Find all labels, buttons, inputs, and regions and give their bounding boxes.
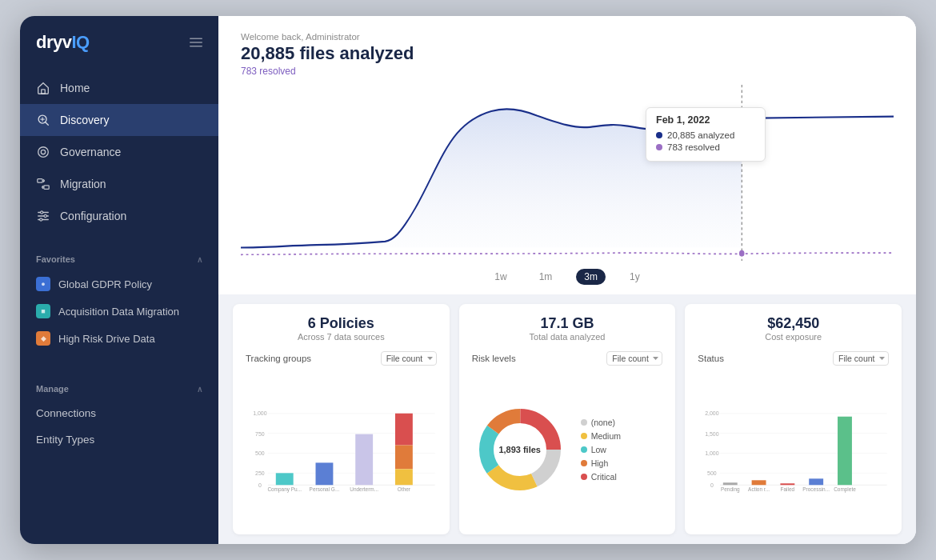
sidebar-item-label-home: Home xyxy=(60,82,90,94)
bar-processing xyxy=(810,478,824,485)
top-section: Welcome back, Administrator 20,885 files… xyxy=(218,16,916,294)
legend-critical: Critical xyxy=(581,472,621,482)
svg-text:750: 750 xyxy=(255,431,265,437)
bar-undetermined xyxy=(355,434,373,486)
bar-company xyxy=(276,473,294,485)
stat-header-policies: 6 Policies Across 7 data sources xyxy=(246,315,437,342)
policies-value: 6 Policies xyxy=(246,315,437,332)
welcome-text: Welcome back, Administrator xyxy=(241,32,894,42)
sidebar-item-governance[interactable]: Governance xyxy=(20,136,218,168)
svg-rect-10 xyxy=(38,179,42,183)
tracking-bar-chart: 1,000 750 500 250 0 xyxy=(246,372,437,526)
legend-dot-high xyxy=(581,460,587,466)
time-btn-1y[interactable]: 1y xyxy=(622,269,648,285)
status-header: Status File count xyxy=(698,351,889,366)
legend-low: Low xyxy=(581,445,621,454)
favorites-chevron[interactable]: ∧ xyxy=(197,255,202,264)
sidebar-item-configuration[interactable]: Configuration xyxy=(20,200,218,232)
svg-text:Complete: Complete xyxy=(834,486,857,493)
risk-select[interactable]: File count xyxy=(606,351,662,366)
configuration-icon xyxy=(36,209,50,223)
svg-point-9 xyxy=(41,150,45,154)
fav-dot-acquisition: ■ xyxy=(36,304,50,318)
time-btn-1w[interactable]: 1w xyxy=(486,269,514,285)
device-frame: dryvIQ Home xyxy=(20,16,916,544)
resolved-line xyxy=(241,253,894,254)
svg-line-5 xyxy=(46,122,49,126)
time-btn-1m[interactable]: 1m xyxy=(531,269,561,285)
svg-text:Underterm...: Underterm... xyxy=(350,486,378,492)
favorites-section: Favorites ∧ xyxy=(20,238,218,270)
stat-card-data: 17.1 GB Total data analyzed Risk levels … xyxy=(459,304,676,534)
svg-point-8 xyxy=(38,147,49,158)
risk-header: Risk levels File count xyxy=(472,351,663,366)
svg-text:Action r...: Action r... xyxy=(748,486,770,492)
sidebar-item-home[interactable]: Home xyxy=(20,72,218,104)
data-sub: Total data analyzed xyxy=(472,332,663,342)
time-btn-3m[interactable]: 3m xyxy=(576,269,606,285)
migration-icon xyxy=(36,177,50,191)
bar-other-red xyxy=(395,414,413,446)
tooltip-dot-resolved xyxy=(656,144,662,150)
sidebar-item-migration[interactable]: Migration xyxy=(20,168,218,200)
sidebar: dryvIQ Home xyxy=(20,16,218,544)
fav-dot-highrisk: ◆ xyxy=(36,331,50,346)
status-title: Status xyxy=(698,354,724,363)
governance-icon xyxy=(36,145,50,159)
stat-header-data: 17.1 GB Total data analyzed xyxy=(472,315,663,342)
policies-sub: Across 7 data sources xyxy=(246,332,437,342)
svg-text:Pending: Pending xyxy=(721,486,740,493)
home-icon xyxy=(36,81,50,95)
svg-text:1,000: 1,000 xyxy=(253,410,267,416)
tracking-title: Tracking groups xyxy=(246,354,311,363)
donut-center: 1,893 files xyxy=(498,443,541,454)
sidebar-item-discovery[interactable]: Discovery xyxy=(20,104,218,136)
legend-none: (none) xyxy=(581,418,621,427)
bar-action xyxy=(752,480,766,485)
svg-rect-1 xyxy=(190,42,202,43)
bar-personal xyxy=(316,462,334,485)
stat-card-policies: 6 Policies Across 7 data sources Trackin… xyxy=(233,304,450,534)
stats-section: 6 Policies Across 7 data sources Trackin… xyxy=(218,294,916,544)
favorite-highrisk[interactable]: ◆ High Risk Drive Data xyxy=(20,325,218,352)
legend-high: High xyxy=(581,458,621,468)
bar-other-orange xyxy=(395,446,413,470)
svg-text:500: 500 xyxy=(255,450,265,456)
nav-items: Home Discovery Governance xyxy=(20,66,218,238)
svg-rect-0 xyxy=(190,38,202,39)
chart-tooltip: Feb 1, 2022 20,885 analyzed 783 resolved xyxy=(646,107,766,162)
files-analyzed: 20,885 files analyzed xyxy=(241,43,894,64)
manage-section: Manage ∧ Connections Entity Types xyxy=(20,368,218,453)
risk-title: Risk levels xyxy=(472,354,516,363)
fav-dot-gdpr: ● xyxy=(36,277,50,291)
tooltip-date: Feb 1, 2022 xyxy=(656,114,755,126)
tracking-svg: 1,000 750 500 250 0 xyxy=(246,372,437,526)
favorite-gdpr[interactable]: ● Global GDPR Policy xyxy=(20,270,218,298)
time-controls: 1w 1m 3m 1y xyxy=(241,261,894,294)
status-select[interactable]: File count xyxy=(833,351,889,366)
legend-dot-medium xyxy=(581,433,587,439)
svg-rect-11 xyxy=(44,186,49,190)
main-chart: Feb 1, 2022 20,885 analyzed 783 resolved xyxy=(241,85,894,261)
legend-dot-critical xyxy=(581,474,587,480)
manage-connections[interactable]: Connections xyxy=(20,400,218,426)
bar-pending xyxy=(723,482,738,485)
tracking-select[interactable]: File count xyxy=(381,351,437,366)
chart-dot-resolved xyxy=(739,250,745,257)
svg-text:Processin...: Processin... xyxy=(803,486,830,492)
svg-text:250: 250 xyxy=(255,470,265,476)
svg-text:2,000: 2,000 xyxy=(706,410,720,416)
svg-text:Failed: Failed xyxy=(781,486,795,492)
manage-section-label: Manage ∧ xyxy=(20,368,218,400)
donut-legend: (none) Medium Low High xyxy=(581,418,621,482)
svg-text:Personal G...: Personal G... xyxy=(310,486,340,492)
sidebar-toggle[interactable] xyxy=(190,36,202,49)
svg-text:0: 0 xyxy=(710,482,714,488)
favorite-acquisition[interactable]: ■ Acquisition Data Migration xyxy=(20,298,218,325)
manage-entity-types[interactable]: Entity Types xyxy=(20,426,218,453)
bar-failed xyxy=(781,483,795,485)
donut-area: 1,893 files (none) Medium xyxy=(472,372,663,526)
chart-svg xyxy=(241,85,894,261)
manage-chevron[interactable]: ∧ xyxy=(197,385,202,394)
status-bar-chart: 2,000 1,500 1,000 500 0 xyxy=(698,372,889,526)
